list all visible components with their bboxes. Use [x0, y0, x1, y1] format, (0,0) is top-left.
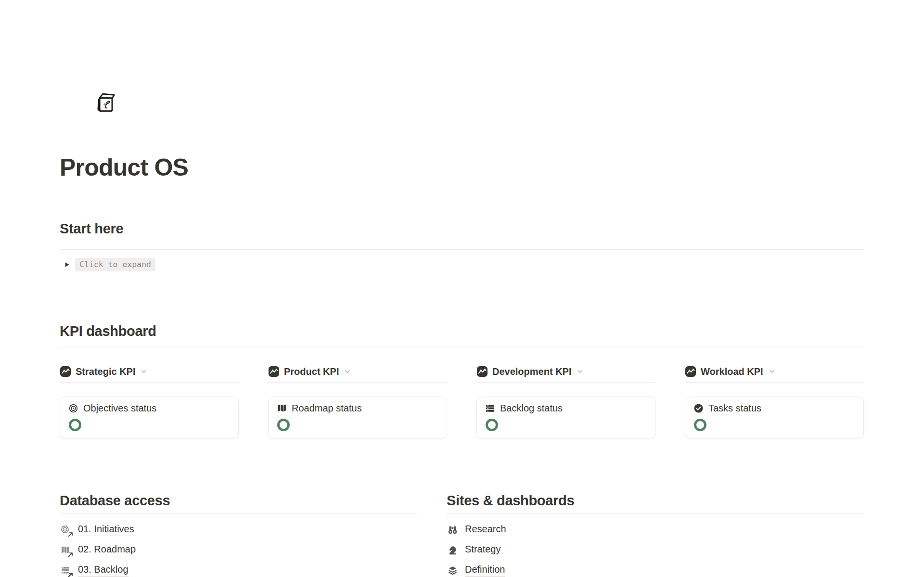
- kpi-column-workload: Workload KPI Tasks status: [685, 365, 864, 438]
- kpi-card-title: Objectives status: [83, 403, 156, 414]
- divider: [60, 382, 239, 383]
- database-access-links: 01. Initiatives 02. Roadmap: [60, 520, 417, 577]
- link-initiatives[interactable]: 01. Initiatives: [60, 520, 417, 540]
- line-chart-icon: [268, 366, 280, 377]
- layers-icon: [447, 564, 458, 576]
- sites-dashboards-links: Research Strategy Definition: [447, 520, 864, 577]
- linked-db-header[interactable]: Strategic KPI: [60, 365, 239, 378]
- divider: [476, 382, 655, 383]
- status-ring-icon: [694, 419, 706, 431]
- start-here-heading: Start here: [60, 219, 864, 238]
- kpi-card-roadmap[interactable]: Roadmap status: [268, 397, 447, 438]
- bottom-columns: Database access 01. Initiatives: [60, 491, 864, 577]
- linked-db-header[interactable]: Development KPI: [476, 365, 655, 378]
- sites-dashboards-heading: Sites & dashboards: [447, 491, 864, 510]
- linked-db-title[interactable]: Strategic KPI: [76, 366, 135, 377]
- link-label[interactable]: Research: [465, 524, 506, 536]
- linked-db-header[interactable]: Workload KPI: [685, 365, 864, 378]
- rows-icon: [485, 403, 495, 413]
- linked-db-title[interactable]: Workload KPI: [701, 366, 763, 377]
- linked-db-header[interactable]: Product KPI: [268, 365, 447, 378]
- line-chart-icon: [685, 366, 696, 377]
- map-icon: [277, 403, 287, 413]
- divider: [447, 513, 864, 514]
- link-backlog[interactable]: 03. Backlog: [60, 560, 417, 577]
- kpi-card-title: Roadmap status: [292, 403, 362, 414]
- sites-dashboards-section: Sites & dashboards Research Strategy: [447, 491, 864, 577]
- link-roadmap[interactable]: 02. Roadmap: [60, 540, 417, 560]
- ne-arrow-icon: [68, 572, 73, 577]
- status-ring-icon: [69, 419, 81, 431]
- target-link-icon: [60, 524, 71, 536]
- kpi-columns: Strategic KPI Objectives status: [60, 365, 864, 438]
- binoculars-icon: [447, 524, 458, 536]
- toggle-triangle-icon[interactable]: [64, 261, 70, 268]
- map-link-icon: [60, 544, 71, 556]
- knight-icon: [447, 544, 458, 556]
- page-title: Product OS: [60, 153, 864, 182]
- chevron-down-icon[interactable]: [769, 368, 775, 375]
- toggle-code-label[interactable]: Click to expand: [75, 258, 155, 271]
- divider: [268, 382, 447, 383]
- kpi-card-title: Tasks status: [708, 403, 761, 414]
- line-chart-icon: [60, 366, 71, 377]
- link-definition[interactable]: Definition: [447, 560, 864, 577]
- line-chart-icon: [476, 366, 488, 377]
- link-label[interactable]: 01. Initiatives: [78, 524, 134, 536]
- kpi-card-objectives[interactable]: Objectives status: [60, 397, 239, 438]
- link-research[interactable]: Research: [447, 520, 864, 540]
- status-ring-icon: [486, 419, 498, 431]
- kpi-card-tasks[interactable]: Tasks status: [685, 397, 864, 438]
- rows-link-icon: [60, 564, 71, 576]
- link-label[interactable]: 03. Backlog: [78, 564, 128, 577]
- kpi-column-strategic: Strategic KPI Objectives status: [60, 365, 239, 438]
- kpi-column-product: Product KPI Roadmap status: [268, 365, 447, 438]
- chevron-down-icon[interactable]: [577, 368, 583, 375]
- kpi-dashboard-heading: KPI dashboard: [60, 322, 864, 340]
- ne-arrow-icon: [68, 532, 73, 537]
- kpi-card-title: Backlog status: [500, 403, 563, 414]
- linked-db-title[interactable]: Product KPI: [284, 366, 339, 377]
- page-icon-cube-sprout[interactable]: [94, 91, 116, 114]
- chevron-down-icon[interactable]: [344, 368, 351, 375]
- click-to-expand-toggle[interactable]: Click to expand: [60, 257, 864, 272]
- divider: [60, 513, 417, 514]
- status-ring-icon: [277, 419, 290, 431]
- chevron-down-icon[interactable]: [141, 368, 147, 375]
- link-label[interactable]: 02. Roadmap: [78, 544, 136, 556]
- divider: [60, 249, 864, 250]
- target-icon: [68, 403, 78, 413]
- divider: [60, 347, 864, 347]
- notion-page: Product OS Start here Click to expand KP…: [60, 91, 864, 577]
- kpi-column-development: Development KPI Backlog status: [476, 365, 655, 438]
- divider: [685, 382, 864, 383]
- database-access-heading: Database access: [60, 491, 417, 510]
- link-label[interactable]: Strategy: [465, 544, 500, 556]
- link-strategy[interactable]: Strategy: [447, 540, 864, 560]
- check-circle-icon: [693, 403, 704, 413]
- database-access-section: Database access 01. Initiatives: [60, 491, 417, 577]
- kpi-card-backlog[interactable]: Backlog status: [476, 397, 655, 438]
- linked-db-title[interactable]: Development KPI: [492, 366, 571, 377]
- ne-arrow-icon: [68, 552, 73, 557]
- link-label[interactable]: Definition: [465, 564, 505, 577]
